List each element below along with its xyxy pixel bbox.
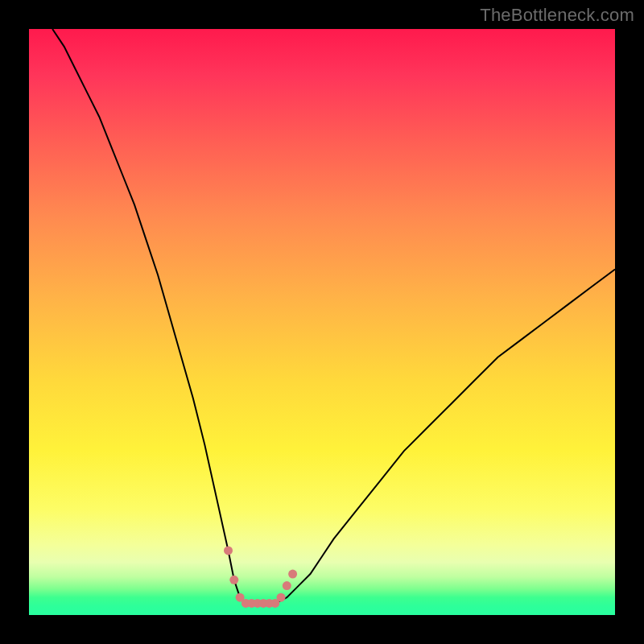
plot-area bbox=[29, 29, 615, 615]
optimal-dot bbox=[283, 581, 291, 590]
curve-layer bbox=[29, 29, 615, 615]
optimal-dot bbox=[288, 570, 297, 579]
bottleneck-curve-path bbox=[52, 29, 615, 603]
chart-frame: TheBottleneck.com bbox=[0, 0, 644, 644]
optimal-dot bbox=[277, 593, 286, 602]
bottleneck-curve bbox=[52, 29, 615, 603]
optimal-dot bbox=[224, 546, 233, 555]
optimal-dot bbox=[229, 576, 238, 584]
watermark-label: TheBottleneck.com bbox=[480, 5, 634, 26]
